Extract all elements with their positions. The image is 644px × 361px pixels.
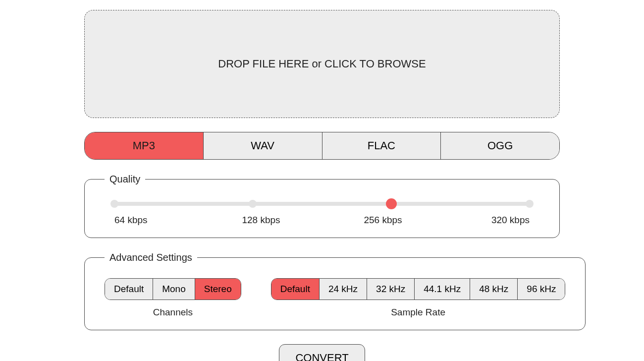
- quality-slider-handle[interactable]: [386, 198, 397, 209]
- sample-rate-option[interactable]: 44.1 kHz: [415, 279, 470, 300]
- advanced-section: Advanced Settings DefaultMonoStereo Chan…: [84, 252, 586, 330]
- format-selector: MP3WAVFLACOGG: [84, 132, 560, 160]
- advanced-legend: Advanced Settings: [105, 252, 197, 263]
- quality-legend: Quality: [105, 174, 145, 185]
- format-option-flac[interactable]: FLAC: [322, 132, 441, 159]
- quality-stop-label: 256 kbps: [358, 215, 408, 226]
- channels-segmented: DefaultMonoStereo: [105, 278, 241, 300]
- sample-rate-segmented: Default24 kHz32 kHz44.1 kHz48 kHz96 kHz: [271, 278, 566, 300]
- sample-rate-label: Sample Rate: [271, 307, 566, 318]
- convert-button-label: CONVERT: [295, 352, 348, 361]
- sample-rate-option[interactable]: 32 kHz: [367, 279, 415, 300]
- channels-label: Channels: [105, 307, 241, 318]
- quality-stop-label: 320 kbps: [480, 215, 530, 226]
- quality-labels: 64 kbps128 kbps256 kbps320 kbps: [114, 215, 530, 226]
- dropzone-text: DROP FILE HERE or CLICK TO BROWSE: [218, 58, 426, 70]
- convert-button[interactable]: CONVERT: [279, 344, 365, 361]
- sample-rate-group: Default24 kHz32 kHz44.1 kHz48 kHz96 kHz …: [271, 278, 566, 318]
- channels-group: DefaultMonoStereo Channels: [105, 278, 241, 318]
- quality-slider-track[interactable]: [114, 202, 530, 206]
- format-option-wav[interactable]: WAV: [204, 132, 322, 159]
- quality-stop[interactable]: [249, 200, 257, 208]
- channels-option[interactable]: Mono: [153, 279, 195, 300]
- quality-stop[interactable]: [526, 200, 534, 208]
- sample-rate-option[interactable]: 24 kHz: [320, 279, 367, 300]
- channels-option[interactable]: Stereo: [195, 279, 241, 300]
- format-option-mp3[interactable]: MP3: [85, 132, 204, 159]
- format-option-ogg[interactable]: OGG: [441, 132, 559, 159]
- sample-rate-option[interactable]: Default: [271, 279, 320, 300]
- channels-option[interactable]: Default: [105, 279, 153, 300]
- sample-rate-option[interactable]: 96 kHz: [518, 279, 565, 300]
- quality-stop-label: 64 kbps: [114, 215, 164, 226]
- quality-stop[interactable]: [110, 200, 118, 208]
- quality-stop-label: 128 kbps: [236, 215, 286, 226]
- file-dropzone[interactable]: DROP FILE HERE or CLICK TO BROWSE: [84, 10, 560, 118]
- sample-rate-option[interactable]: 48 kHz: [470, 279, 518, 300]
- quality-section: Quality 64 kbps128 kbps256 kbps320 kbps: [84, 174, 560, 238]
